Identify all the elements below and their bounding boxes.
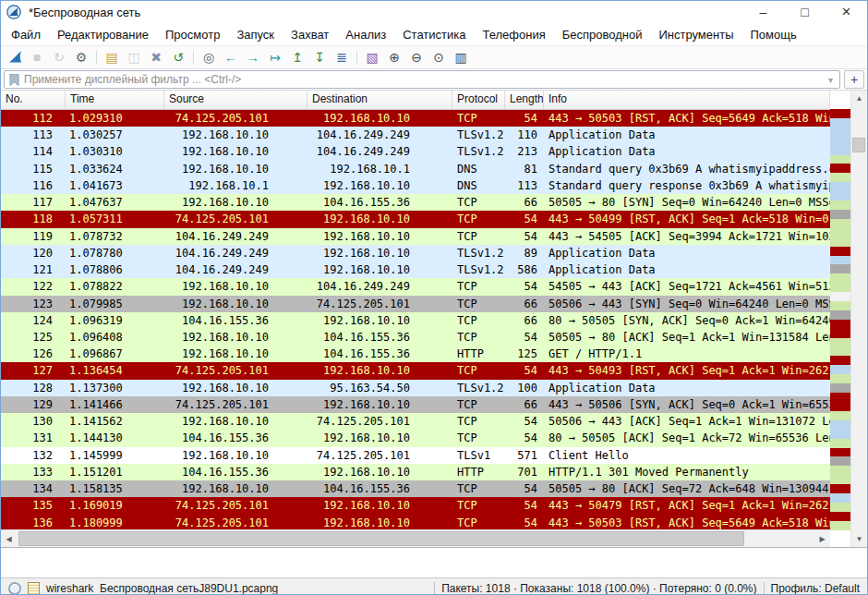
zoom-out-button[interactable]: ⊖ <box>406 48 427 67</box>
open-file-button[interactable]: ▤ <box>102 48 122 67</box>
menu-capture[interactable]: Захват <box>283 24 337 45</box>
packet-cell-protocol: TCP <box>452 296 505 312</box>
packet-row-126[interactable]: 1261.096867192.168.10.10104.16.155.36HTT… <box>1 346 830 362</box>
go-back-button[interactable]: ← <box>221 48 241 67</box>
packet-cell-time: 1.030257 <box>66 127 164 143</box>
packet-row-122[interactable]: 1221.078822192.168.10.10104.16.249.249TC… <box>1 278 830 295</box>
go-to-packet-button[interactable]: ↦ <box>265 48 285 67</box>
packet-row-127[interactable]: 1271.13645474.125.205.101192.168.10.10TC… <box>1 362 830 379</box>
expert-info-icon[interactable] <box>8 582 21 595</box>
menu-analyze[interactable]: Анализ <box>337 24 394 45</box>
scroll-down-button[interactable]: ▼ <box>851 531 867 547</box>
scroll-up-button[interactable]: ▲ <box>851 91 867 106</box>
packet-row-135[interactable]: 1351.16901974.125.205.101192.168.10.10TC… <box>1 497 830 514</box>
packet-row-117[interactable]: 1171.047637192.168.10.10104.16.155.36TCP… <box>1 194 830 211</box>
add-filter-button[interactable]: + <box>844 70 864 89</box>
zoom-normal-button[interactable]: ⊙ <box>428 48 449 67</box>
reload-file-button[interactable]: ↺ <box>168 48 188 67</box>
folder-open-icon: ▤ <box>105 51 117 64</box>
column-header-no[interactable]: No. <box>1 91 66 109</box>
packet-row-119[interactable]: 1191.078732104.16.249.249192.168.10.10TC… <box>1 228 830 245</box>
column-header-protocol[interactable]: Protocol <box>452 91 505 109</box>
minimize-button[interactable]: – <box>742 1 784 23</box>
minimap-band <box>830 228 850 237</box>
scroll-left-button[interactable]: ◀ <box>1 530 17 547</box>
display-filter-input[interactable] <box>21 73 824 86</box>
menu-view[interactable]: Просмотр <box>157 24 228 45</box>
resize-columns-button[interactable]: ▥ <box>451 48 471 67</box>
horizontal-scrollbar[interactable]: ◀ ▶ <box>1 529 830 547</box>
menu-file[interactable]: Файл <box>3 24 49 45</box>
horizontal-scroll-thumb[interactable] <box>18 531 744 546</box>
minimap-band <box>830 173 850 182</box>
packet-row-128[interactable]: 1281.137300192.168.10.1095.163.54.50TLSv… <box>1 380 830 396</box>
packet-minimap[interactable] <box>830 109 850 530</box>
close-button[interactable]: × <box>826 1 867 23</box>
find-packet-button[interactable]: ◎ <box>199 48 219 67</box>
zoom-in-button[interactable]: ⊕ <box>384 48 404 67</box>
packet-row-134[interactable]: 1341.158135192.168.10.10104.16.155.36TCP… <box>1 480 830 497</box>
stop-capture-button[interactable]: ■ <box>27 48 47 67</box>
packet-row-129[interactable]: 1291.14146674.125.205.101192.168.10.10TC… <box>1 396 830 413</box>
packet-row-112[interactable]: 1121.02931074.125.205.101192.168.10.10TC… <box>1 110 830 127</box>
vertical-scroll-thumb[interactable] <box>852 138 865 152</box>
auto-scroll-button[interactable]: ≣ <box>332 48 352 67</box>
packet-row-121[interactable]: 1211.078806104.16.249.249192.168.10.10TL… <box>1 261 830 278</box>
packet-cell-length: 66 <box>505 312 544 329</box>
packet-row-114[interactable]: 1141.030310192.168.10.10104.16.249.249TL… <box>1 143 830 160</box>
menu-go[interactable]: Запуск <box>228 24 283 45</box>
restart-capture-button[interactable]: ↻ <box>49 48 69 67</box>
packet-cell-length: 113 <box>505 177 544 194</box>
filter-dropdown-icon[interactable]: ▾ <box>824 75 838 85</box>
maximize-button[interactable]: □ <box>784 1 826 23</box>
column-header-source[interactable]: Source <box>164 91 307 109</box>
packet-row-115[interactable]: 1151.033624192.168.10.10192.168.10.1DNS8… <box>1 161 830 177</box>
packet-cell-time: 1.141562 <box>66 413 164 430</box>
scroll-right-button[interactable]: ▶ <box>814 530 830 547</box>
vertical-scrollbar[interactable]: ▲ ▼ <box>850 91 867 547</box>
close-file-button[interactable]: ✖ <box>146 48 166 67</box>
display-filter-field[interactable]: ▾ <box>4 70 840 89</box>
colorize-button[interactable]: ▧ <box>362 48 382 67</box>
profile-label[interactable]: Профиль: Default <box>771 582 861 595</box>
go-last-button[interactable]: ↧ <box>309 48 330 67</box>
column-header-time[interactable]: Time <box>66 91 164 109</box>
packet-details-pane <box>1 547 867 577</box>
start-capture-button[interactable] <box>5 48 25 67</box>
packet-row-124[interactable]: 1241.096319104.16.155.36192.168.10.10TCP… <box>1 312 830 329</box>
packet-row-125[interactable]: 1251.096408192.168.10.10104.16.155.36TCP… <box>1 329 830 346</box>
menu-help[interactable]: Помощь <box>742 24 805 45</box>
column-header-info[interactable]: Info <box>544 91 830 109</box>
capture-comment-icon[interactable] <box>28 582 40 595</box>
packet-row-133[interactable]: 1331.151201104.16.155.36192.168.10.10HTT… <box>1 464 830 480</box>
packet-cell-protocol: TCP <box>452 413 505 430</box>
packet-cell-time: 1.169019 <box>66 497 164 514</box>
packet-row-131[interactable]: 1311.144130104.16.155.36192.168.10.10TCP… <box>1 430 830 446</box>
menu-wireless[interactable]: Беспроводной <box>554 24 651 45</box>
packet-cell-no: 119 <box>1 228 66 245</box>
packet-cell-time: 1.047637 <box>66 194 164 211</box>
menu-tools[interactable]: Инструменты <box>650 24 741 45</box>
menu-telephony[interactable]: Телефония <box>474 24 553 45</box>
horizontal-scroll-track[interactable] <box>17 530 814 547</box>
bookmark-icon[interactable] <box>6 73 21 86</box>
packet-row-118[interactable]: 1181.05731174.125.205.101192.168.10.10TC… <box>1 211 830 227</box>
packet-row-116[interactable]: 1161.041673192.168.10.1192.168.10.10DNS1… <box>1 177 830 194</box>
packet-row-136[interactable]: 1361.18099974.125.205.101192.168.10.10TC… <box>1 515 830 529</box>
capture-options-button[interactable]: ⚙ <box>71 48 91 67</box>
go-forward-button[interactable]: → <box>243 48 263 67</box>
save-file-button[interactable]: ◫ <box>124 48 144 67</box>
packet-row-120[interactable]: 1201.078780104.16.249.249192.168.10.10TL… <box>1 245 830 261</box>
vertical-scroll-track[interactable] <box>851 106 867 531</box>
column-header-length[interactable]: Length <box>505 91 544 109</box>
packet-row-123[interactable]: 1231.079985192.168.10.1074.125.205.101TC… <box>1 296 830 312</box>
packet-cell-destination: 74.125.205.101 <box>307 296 452 312</box>
menu-edit[interactable]: Редактирование <box>49 24 157 45</box>
packet-row-113[interactable]: 1131.030257192.168.10.10104.16.249.249TL… <box>1 127 830 143</box>
packet-cell-info: Client Hello <box>544 447 830 464</box>
go-first-button[interactable]: ↥ <box>287 48 307 67</box>
packet-row-130[interactable]: 1301.141562192.168.10.1074.125.205.101TC… <box>1 413 830 430</box>
packet-row-132[interactable]: 1321.145999192.168.10.1074.125.205.101TL… <box>1 447 830 464</box>
column-header-destination[interactable]: Destination <box>307 91 452 109</box>
menu-statistics[interactable]: Статистика <box>394 24 474 45</box>
